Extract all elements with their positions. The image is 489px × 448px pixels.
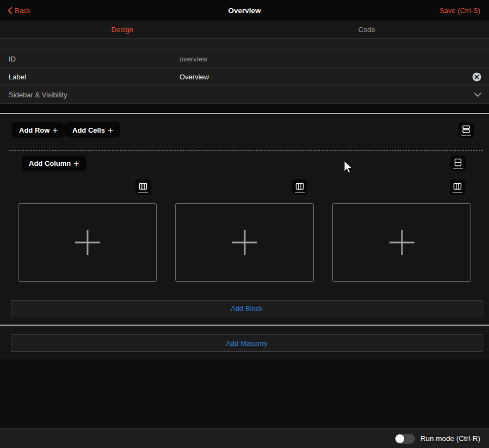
section-gap xyxy=(0,104,489,113)
id-field-label: ID xyxy=(9,55,16,63)
column-3-add-widget-box[interactable] xyxy=(332,203,471,282)
field-row-label[interactable]: Label Overview xyxy=(0,68,489,86)
icon-underline xyxy=(453,168,463,169)
run-mode-toggle[interactable] xyxy=(395,434,415,444)
plus-icon xyxy=(86,230,88,255)
save-button[interactable]: Save (Ctrl-S) xyxy=(440,0,480,21)
column-3-settings-button[interactable] xyxy=(450,179,465,195)
form-spacer xyxy=(0,39,489,50)
toggle-knob xyxy=(395,434,404,443)
plus-icon: + xyxy=(108,126,113,135)
sidebar-visibility-row[interactable]: Sidebar & Visibility xyxy=(0,86,489,104)
plus-icon: + xyxy=(73,159,79,168)
page-title: Overview xyxy=(0,7,489,15)
add-row-button[interactable]: Add Row + xyxy=(12,122,65,138)
chevron-down-icon[interactable] xyxy=(474,91,481,99)
sidebar-visibility-label: Sidebar & Visibility xyxy=(9,91,67,99)
split-cell-icon xyxy=(453,158,463,169)
add-block-button[interactable]: Add Block xyxy=(11,300,482,316)
plus-icon: + xyxy=(52,126,58,135)
section-divider-handle[interactable] xyxy=(0,325,489,326)
add-row-label: Add Row xyxy=(19,126,49,134)
three-columns-icon xyxy=(138,182,148,193)
cell-layout-settings-button[interactable] xyxy=(450,155,466,171)
page-editor-screen: Back Overview Save (Ctrl-S) Design Code … xyxy=(0,0,489,448)
id-field-value: overview xyxy=(179,55,207,63)
add-masonry-button[interactable]: Add Masonry xyxy=(11,334,482,352)
icon-underline xyxy=(295,192,305,193)
plus-icon xyxy=(401,230,403,255)
add-cells-label: Add Cells xyxy=(72,126,105,134)
tab-bar: Design Code xyxy=(0,21,489,39)
clear-label-button[interactable] xyxy=(472,72,481,82)
add-column-button[interactable]: Add Column + xyxy=(22,155,86,171)
icon-underline xyxy=(461,135,471,136)
label-field-label: Label xyxy=(9,73,26,81)
three-columns-icon xyxy=(453,182,462,193)
row-layout-settings-button[interactable] xyxy=(459,122,474,138)
column-2-add-widget-box[interactable] xyxy=(175,203,314,282)
footer-bar: Run mode (Ctrl-R) xyxy=(0,428,489,448)
icon-underline xyxy=(453,192,462,193)
stacked-rows-icon xyxy=(461,125,471,136)
icon-underline xyxy=(138,192,148,193)
add-cells-button[interactable]: Add Cells + xyxy=(65,122,120,138)
label-field-value: Overview xyxy=(179,73,209,81)
page-properties-panel: ID overview Label Overview Sidebar & Vis… xyxy=(0,39,489,104)
add-column-label: Add Column xyxy=(29,159,71,167)
three-columns-icon xyxy=(295,182,305,193)
column-1-settings-button[interactable] xyxy=(135,179,151,195)
run-mode-label: Run mode (Ctrl-R) xyxy=(420,434,480,443)
field-row-id[interactable]: ID overview xyxy=(0,50,489,68)
row-separator xyxy=(9,150,483,151)
top-bar: Back Overview Save (Ctrl-S) xyxy=(0,0,489,21)
column-1-add-widget-box[interactable] xyxy=(18,203,157,282)
tab-code[interactable]: Code xyxy=(245,21,489,38)
column-2-settings-button[interactable] xyxy=(292,179,307,195)
plus-icon xyxy=(244,230,245,255)
tab-design[interactable]: Design xyxy=(0,21,245,38)
